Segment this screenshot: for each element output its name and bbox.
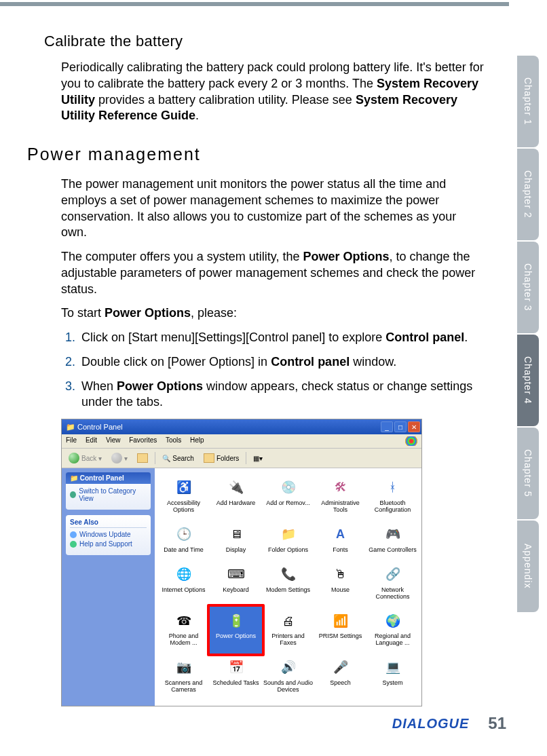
menu-favorites[interactable]: Favorites <box>129 436 157 444</box>
toolbar-separator <box>155 452 155 464</box>
up-button[interactable] <box>134 452 151 464</box>
page-footer: DIALOGUE 51 <box>392 714 506 733</box>
menu-bar: File Edit View Favorites Tools Help <box>62 434 421 449</box>
phone-and-modem-icon[interactable]: ☎Phone and Modem ... <box>157 607 210 654</box>
tab-chapter-1[interactable]: Chapter 1 <box>517 56 539 147</box>
tab-chapter-4[interactable]: Chapter 4 <box>517 335 539 426</box>
menu-tools[interactable]: Tools <box>166 436 181 444</box>
icon-label: Date and Time <box>164 546 204 553</box>
windows-flag-icon <box>405 436 417 446</box>
add-hardware-icon[interactable]: 🔌Add Hardware <box>210 474 262 521</box>
prism-settings-icon[interactable]: 📶PRISM Settings <box>314 607 366 654</box>
minimize-button[interactable]: _ <box>381 421 393 432</box>
see-also-card: See Also Windows Update Help and Support <box>66 515 151 555</box>
icon-label: Fonts <box>333 546 348 553</box>
icon-label: Add Hardware <box>216 499 256 506</box>
text-bold: Control panel <box>385 330 464 344</box>
window-body: 📁 Control Panel Switch to Category View … <box>62 468 421 706</box>
power-options-icon[interactable]: 🔋Power Options <box>207 604 265 656</box>
printers-and-faxes-icon[interactable]: 🖨Printers and Faxes <box>262 607 314 654</box>
heading-power-management: Power management <box>27 145 485 164</box>
maximize-button[interactable]: □ <box>394 421 407 432</box>
menu-items: File Edit View Favorites Tools Help <box>66 436 211 446</box>
bluetooth-configuration-icon[interactable]: ᚼBluetooth Configuration <box>366 474 419 521</box>
internet-options-icon[interactable]: 🌐Internet Options <box>157 561 210 607</box>
system-icon[interactable]: 💻System <box>366 654 419 700</box>
para-calibrate: Periodically calibrating the battery pac… <box>61 60 485 124</box>
icon-label: Scheduled Tasks <box>213 679 259 686</box>
side-panel: 📁 Control Panel Switch to Category View … <box>62 468 155 706</box>
icon-label: Keyboard <box>223 586 249 593</box>
scheduled-tasks-icon[interactable]: 📅Scheduled Tasks <box>210 654 262 700</box>
icon-row: 🕒Date and Time 🖥Display 📁Folder Options … <box>157 521 419 561</box>
tab-chapter-3[interactable]: Chapter 3 <box>517 242 539 333</box>
windows-update-link[interactable]: Windows Update <box>70 531 147 538</box>
text: The computer offers you a system utility… <box>61 250 303 263</box>
display-icon[interactable]: 🖥Display <box>210 521 262 561</box>
tab-chapter-5[interactable]: Chapter 5 <box>517 428 539 519</box>
window-title: 📁 Control Panel <box>66 423 123 431</box>
menu-file[interactable]: File <box>66 436 77 444</box>
icon-label: Speech <box>330 679 351 686</box>
text: . <box>195 109 199 122</box>
tab-appendix[interactable]: Appendix <box>517 521 539 612</box>
accessibility-options-icon[interactable]: ♿Accessibility Options <box>157 474 210 521</box>
text: To start <box>61 306 105 320</box>
text: When <box>81 379 117 393</box>
forward-button[interactable]: ▾ <box>109 451 130 465</box>
game-controllers-icon[interactable]: 🎮Game Controllers <box>366 521 419 561</box>
icon-label: Phone and Modem ... <box>169 632 199 646</box>
para-pm-2: The computer offers you a system utility… <box>61 249 485 297</box>
folders-button[interactable]: Folders <box>201 452 242 464</box>
window-buttons: _ □ ✕ <box>381 421 420 432</box>
text-bold: Power Options <box>303 250 389 263</box>
network-connections-icon[interactable]: 🔗Network Connections <box>366 561 419 607</box>
menu-view[interactable]: View <box>106 436 121 444</box>
sounds-and-audio-devices-icon[interactable]: 🔊Sounds and Audio Devices <box>262 654 314 700</box>
toolbar: Back ▾ ▾ 🔍 Search Folders ▦▾ <box>62 449 421 468</box>
heading-calibrate: Calibrate the battery <box>44 33 485 50</box>
update-icon <box>70 531 77 538</box>
up-folder-icon <box>137 453 148 463</box>
keyboard-icon[interactable]: ⌨Keyboard <box>210 561 262 607</box>
step-1: Click on [Start menu][Settings][Control … <box>79 330 485 346</box>
close-button[interactable]: ✕ <box>408 421 420 432</box>
speech-icon[interactable]: 🎤Speech <box>314 654 366 700</box>
icon-label: Power Options <box>216 632 256 639</box>
search-button[interactable]: 🔍 Search <box>159 453 197 464</box>
views-button[interactable]: ▦▾ <box>250 453 265 464</box>
date-and-time-icon[interactable]: 🕒Date and Time <box>157 521 210 561</box>
back-button[interactable]: Back ▾ <box>66 451 105 465</box>
tab-chapter-2[interactable]: Chapter 2 <box>517 149 539 240</box>
icon-label: Folder Options <box>268 546 308 553</box>
icon-label: Regional and Language ... <box>375 632 411 646</box>
step-3: When Power Options window appears, check… <box>79 379 485 411</box>
add-remove-programs-icon[interactable]: 💿Add or Remov... <box>262 474 314 521</box>
menu-help[interactable]: Help <box>190 436 204 444</box>
icon-label: Bluetooth Configuration <box>375 499 411 513</box>
fonts-icon[interactable]: AFonts <box>314 521 366 561</box>
icon-label: Scanners and Cameras <box>165 679 203 693</box>
mouse-icon[interactable]: 🖱Mouse <box>314 561 366 607</box>
steps-list: Click on [Start menu][Settings][Control … <box>61 330 485 411</box>
administrative-tools-icon[interactable]: 🛠Administrative Tools <box>314 474 366 521</box>
switch-category-view-link[interactable]: Switch to Category View <box>70 487 147 502</box>
scanners-and-cameras-icon[interactable]: 📷Scanners and Cameras <box>157 654 210 700</box>
back-icon <box>69 453 79 464</box>
menu-edit[interactable]: Edit <box>86 436 97 444</box>
page-content: Calibrate the battery Periodically calib… <box>61 27 485 706</box>
modem-settings-icon[interactable]: 📞Modem Settings <box>262 561 314 607</box>
help-support-link[interactable]: Help and Support <box>70 540 147 548</box>
control-panel-card: 📁 Control Panel Switch to Category View <box>66 472 151 510</box>
icon-label: Printers and Faxes <box>271 632 305 646</box>
folder-options-icon[interactable]: 📁Folder Options <box>262 521 314 561</box>
icon-label: Sounds and Audio Devices <box>263 679 313 693</box>
icon-label: System <box>382 679 402 686</box>
icon-row: ☎Phone and Modem ... 🔋Power Options 🖨Pri… <box>157 607 419 654</box>
icon-label: Game Controllers <box>369 546 417 553</box>
text: provides a battery calibration utility. … <box>95 93 356 107</box>
regional-and-language-icon[interactable]: 🌍Regional and Language ... <box>366 607 419 654</box>
windows-update-label: Windows Update <box>79 531 131 538</box>
icon-row: 🌐Internet Options ⌨Keyboard 📞Modem Setti… <box>157 561 419 607</box>
toolbar-separator <box>246 452 246 464</box>
